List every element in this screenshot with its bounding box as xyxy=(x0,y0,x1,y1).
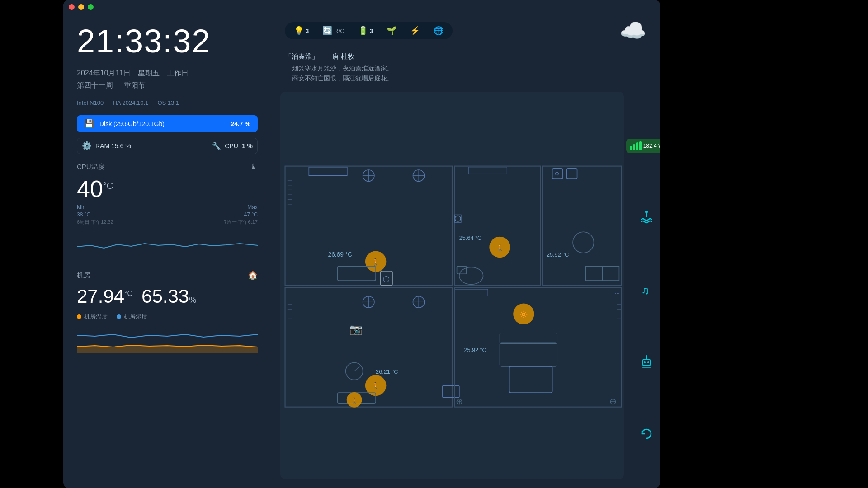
rc-label: R/C xyxy=(334,28,344,34)
pool-button[interactable] xyxy=(639,211,654,225)
date-weekday: 星期五 xyxy=(138,69,160,78)
legend-humidity: 机房湿度 xyxy=(117,313,147,321)
machine-room-section: 机房 🏠 27.94°C 65.33% 机房温度 xyxy=(77,263,258,353)
svg-point-80 xyxy=(647,361,649,363)
power-bar-2 xyxy=(633,144,635,150)
svg-point-79 xyxy=(644,361,646,363)
machine-metrics-row: 27.94°C 65.33% xyxy=(77,286,258,307)
temp-max-val: 47 °C xyxy=(244,211,258,218)
lights-badge: 3 xyxy=(306,28,309,34)
svg-text:25.64 °C: 25.64 °C xyxy=(459,235,481,241)
week-row: 第四十一周 重阳节 xyxy=(77,81,258,90)
svg-text:⚙: ⚙ xyxy=(554,171,560,177)
machine-room-title: 机房 xyxy=(77,271,90,280)
home-icon: 🏠 xyxy=(248,270,258,280)
svg-text:🚶: 🚶 xyxy=(496,244,505,252)
right-icons-panel: 182.4 W ♫ xyxy=(633,92,660,488)
power-bar-3 xyxy=(636,142,638,150)
clock-display: 21:33:32 xyxy=(77,23,258,60)
svg-text:25.92 °C: 25.92 °C xyxy=(464,347,486,353)
power-bar-1 xyxy=(630,146,632,150)
pool-icon xyxy=(639,211,654,225)
temp-min-label: Min xyxy=(77,204,85,211)
music-button[interactable]: ♫ xyxy=(639,282,654,297)
room-humidity-value: 65.33% xyxy=(142,286,196,307)
maximize-button[interactable] xyxy=(88,4,94,10)
svg-marker-0 xyxy=(77,345,258,353)
poem-line-2: 商女不知亡国恨，隔江犹唱后庭花。 xyxy=(285,75,646,83)
nav-item-lights[interactable]: 💡 3 xyxy=(294,26,309,36)
cloud-icon: ☁️ xyxy=(619,18,646,43)
floor-plan-svg: 26.69 °C 🚶 xyxy=(280,92,624,479)
svg-text:🚶: 🚶 xyxy=(372,258,380,266)
main-window: 21:33:32 2024年10月11日 星期五 工作日 第四十一周 重阳节 I… xyxy=(63,0,660,488)
nav-pills: 💡 3 🔄 R/C 🔋 3 🌱 ⚡ xyxy=(285,22,453,39)
ram-label: RAM 15.6 % xyxy=(95,142,208,150)
left-panel: 21:33:32 2024年10月11日 星期五 工作日 第四十一周 重阳节 I… xyxy=(63,14,271,488)
svg-text:26.21 °C: 26.21 °C xyxy=(376,369,398,375)
poem-title: 「泊秦淮」——唐·杜牧 xyxy=(285,52,646,61)
disk-label: Disk (29.6Gb/120.1Gb) xyxy=(99,120,225,127)
svg-text:···: ··· xyxy=(614,289,620,296)
cloud-widget: ☁️ xyxy=(619,18,646,43)
top-nav: 💡 3 🔄 R/C 🔋 3 🌱 ⚡ xyxy=(271,14,660,48)
refresh-icon xyxy=(639,427,654,441)
network-icon: 🌐 xyxy=(434,26,443,36)
power-icon: ⚡ xyxy=(410,26,420,36)
robot-icon xyxy=(639,355,654,369)
date-row: 2024年10月11日 星期五 工作日 xyxy=(77,69,258,78)
rc-icon: 🔄 xyxy=(322,26,332,36)
room-temp-value: 27.94°C xyxy=(77,286,132,307)
ram-icon: ⚙️ xyxy=(82,141,92,151)
poem-section: 「泊秦淮」——唐·杜牧 烟笼寒水月笼沙，夜泊秦淮近酒家。 商女不知亡国恨，隔江犹… xyxy=(271,48,660,92)
cpu-icon: 🔧 xyxy=(212,142,221,150)
cpu-temp-value: 40°C xyxy=(77,175,258,202)
date-workday: 工作日 xyxy=(167,69,189,78)
temp-min-time: 6周日·下午12:32 xyxy=(77,219,113,225)
svg-text:📷: 📷 xyxy=(349,323,363,336)
floor-plan: 26.69 °C 🚶 xyxy=(280,92,624,479)
nav-item-network[interactable]: 🌐 xyxy=(434,26,443,36)
svg-text:25.92 °C: 25.92 °C xyxy=(547,252,569,258)
temp-max-label: Max xyxy=(247,204,258,211)
poem-line-1: 烟笼寒水月笼沙，夜泊秦淮近酒家。 xyxy=(285,65,646,73)
temp-values: 38 °C 47 °C xyxy=(77,211,258,218)
temp-minmax: Min Max xyxy=(77,204,258,211)
power-bars xyxy=(630,141,642,150)
power-label: 182.4 W xyxy=(643,143,660,149)
robot-button[interactable] xyxy=(639,355,654,369)
power-widget[interactable]: 182.4 W xyxy=(626,139,660,153)
minimize-button[interactable] xyxy=(78,4,84,10)
nav-item-rc[interactable]: 🔄 R/C xyxy=(322,26,344,36)
lights-icon: 💡 xyxy=(294,26,304,36)
cpu-temp-sparkline xyxy=(77,235,258,253)
svg-rect-83 xyxy=(642,366,651,367)
svg-text:🔆: 🔆 xyxy=(519,310,528,319)
sys-info: Intel N100 — HA 2024.10.1 — OS 13.1 xyxy=(77,99,258,106)
nav-item-power[interactable]: ⚡ xyxy=(410,26,420,36)
cpu-percentage: 1 % xyxy=(242,142,253,150)
disk-percentage: 24.7 % xyxy=(231,120,250,127)
temp-min-val: 38 °C xyxy=(77,211,90,218)
disk-icon: 💾 xyxy=(84,119,94,129)
legend-humidity-dot xyxy=(117,314,121,319)
svg-text:⊕: ⊕ xyxy=(456,397,463,406)
legend-humidity-label: 机房湿度 xyxy=(124,313,147,321)
week-number: 第四十一周 xyxy=(77,81,113,90)
right-section: 💡 3 🔄 R/C 🔋 3 🌱 ⚡ xyxy=(271,14,660,488)
ram-cpu-row: ⚙️ RAM 15.6 % 🔧 CPU 1 % xyxy=(77,138,258,154)
svg-text:⊕: ⊕ xyxy=(609,397,617,406)
battery-icon: 🔋 xyxy=(358,26,368,36)
svg-point-76 xyxy=(645,211,648,213)
svg-text:26.69 °C: 26.69 °C xyxy=(328,251,353,258)
legend-temp-dot xyxy=(77,314,81,319)
refresh-button[interactable] xyxy=(639,427,654,441)
svg-text:🚶: 🚶 xyxy=(372,382,380,390)
festival: 重阳节 xyxy=(124,81,146,90)
nav-item-battery[interactable]: 🔋 3 xyxy=(358,26,373,36)
cpu-temp-section: CPU温度 🌡 40°C Min Max 38 °C 47 °C 6周日·下午1… xyxy=(77,162,258,231)
close-button[interactable] xyxy=(69,4,75,10)
svg-text:🚶: 🚶 xyxy=(351,397,358,404)
nav-item-plant[interactable]: 🌱 xyxy=(387,26,396,36)
cpu-temp-title: CPU温度 xyxy=(77,163,105,171)
